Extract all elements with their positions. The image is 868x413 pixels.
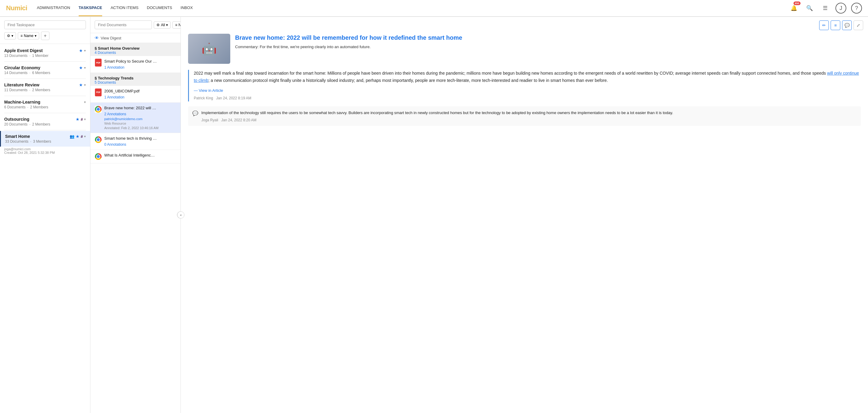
search-button[interactable]: 🔍 bbox=[804, 3, 815, 13]
star-icon: ★ bbox=[76, 117, 80, 122]
doc-item-ai[interactable]: What Is Artificial Intelligenc… bbox=[90, 150, 181, 164]
doc-email: patrick@numicidemo.com bbox=[104, 117, 143, 121]
filter-icon: ⚙ bbox=[7, 34, 10, 38]
eye-icon: 👁 bbox=[95, 36, 99, 40]
comment-toolbar-btn[interactable]: 💬 bbox=[842, 21, 852, 30]
logo[interactable]: Numici bbox=[6, 4, 27, 12]
doc-item-ubicomp[interactable]: PDF 2006_UBICOMP.pdf 1 Annotation bbox=[90, 86, 181, 103]
documents-search-input[interactable] bbox=[95, 21, 152, 29]
members-count: 2 Members bbox=[32, 122, 50, 127]
article-title-section: Brave new home: 2022 will be remembered … bbox=[235, 34, 861, 64]
sort-label: Name bbox=[24, 34, 33, 38]
section-count: 5 Documents bbox=[95, 80, 176, 84]
article-toolbar: ✏ ≡ 💬 ⤢ bbox=[819, 21, 863, 30]
filter-icon: ⚙ bbox=[156, 23, 160, 27]
taskspace-item-outsourcing[interactable]: Outsourcing ★ # ▾ 20 Documents · 2 Membe… bbox=[0, 114, 90, 130]
nav-taskspace[interactable]: TASKSPACE bbox=[79, 0, 102, 16]
doc-sort-btn[interactable]: ≡ Name ▾ bbox=[173, 21, 181, 29]
article-body-text: 2022 may well mark a final step toward i… bbox=[194, 71, 827, 75]
doc-title: Brave new home: 2022 will … bbox=[104, 106, 176, 111]
ts-item-name: Literature Review bbox=[4, 82, 39, 87]
doc-item-smart-home-tech[interactable]: Smart home tech is thriving … 0 Annotati… bbox=[90, 133, 181, 150]
annotation-count: 1 Annotation bbox=[104, 65, 157, 70]
taskspace-search-input[interactable] bbox=[4, 21, 86, 29]
ts-item-name: Machine-Learning bbox=[4, 100, 40, 104]
doc-title: 2006_UBICOMP.pdf bbox=[104, 89, 140, 94]
section-smart-home-overview: § Smart Home Overview 4 Documents bbox=[90, 43, 181, 56]
chevron-down-icon: ▾ bbox=[84, 117, 86, 121]
edit-toolbar-btn[interactable]: ✏ bbox=[819, 21, 829, 30]
star-icon: ★ bbox=[79, 65, 83, 70]
divider bbox=[4, 96, 86, 96]
creator-email: joga@numici.com bbox=[4, 147, 86, 151]
view-digest-btn[interactable]: 👁 View Digest bbox=[90, 33, 181, 43]
menu-button[interactable]: ☰ bbox=[820, 3, 831, 13]
view-in-article-link[interactable]: — View in Article bbox=[194, 87, 861, 94]
user-button[interactable]: J bbox=[835, 3, 846, 13]
article-title: Brave new home: 2022 will be remembered … bbox=[235, 34, 861, 41]
created-date: Created: Oct 28, 2021 5:32:38 PM bbox=[4, 151, 86, 154]
chrome-icon bbox=[95, 106, 102, 113]
taskspace-item-literature-review[interactable]: Literature Review ★ ▾ 11 Documents · 2 M… bbox=[0, 79, 90, 95]
top-nav: Numici ADMINISTRATION TASKSPACE ACTION I… bbox=[0, 0, 868, 17]
nav-inbox[interactable]: INBOX bbox=[181, 0, 193, 16]
chevron-down-icon: ▾ bbox=[84, 100, 86, 104]
sort-label: Name bbox=[179, 23, 181, 27]
ts-item-name: Smart Home bbox=[5, 134, 30, 139]
divider bbox=[4, 130, 86, 130]
section-title: § Technology Trends bbox=[95, 76, 176, 80]
docs-count: 20 Documents bbox=[4, 122, 27, 127]
taskspace-item-machine-learning[interactable]: Machine-Learning ▾ 6 Documents · 2 Membe… bbox=[0, 97, 90, 112]
collapse-left-panel[interactable]: « bbox=[177, 211, 184, 218]
help-button[interactable]: ? bbox=[851, 3, 862, 13]
article-header: 🤖 Brave new home: 2022 will be remembere… bbox=[188, 34, 861, 64]
main-container: ⚙ ▾ ≡ Name ▾ + Apple Event Digest ★ ▾ bbox=[0, 17, 868, 413]
divider bbox=[4, 78, 86, 79]
slack-icon: # bbox=[81, 134, 83, 139]
taskspace-item-circular-economy[interactable]: Circular Economy ★ ▾ 14 Documents · 6 Me… bbox=[0, 62, 90, 78]
taskspace-add-btn[interactable]: + bbox=[41, 32, 50, 40]
taskspace-filter-row: ⚙ ▾ ≡ Name ▾ + bbox=[4, 32, 86, 40]
docs-count: 33 Documents bbox=[5, 139, 28, 144]
comment-block: 💬 Implementation of the technology still… bbox=[188, 106, 861, 126]
taskspace-panel: ⚙ ▾ ≡ Name ▾ + Apple Event Digest ★ ▾ bbox=[0, 17, 90, 413]
filter-chevron: ▾ bbox=[11, 34, 13, 38]
article-subtitle: Commentary: For the first time, we're pe… bbox=[235, 44, 861, 50]
ts-sub-info: joga@numici.com Created: Oct 28, 2021 5:… bbox=[0, 147, 90, 156]
doc-type: Web Resource bbox=[104, 122, 176, 125]
doc-title: Smart home tech is thriving … bbox=[104, 136, 157, 141]
doc-toolbar-btn[interactable]: ≡ bbox=[831, 21, 840, 30]
notification-button[interactable]: 🔔 650 bbox=[788, 3, 799, 13]
doc-item-smart-policy[interactable]: PDF Smart Policy to Secure Our … 1 Annot… bbox=[90, 56, 181, 73]
article-author: Patrick King Jan 24, 2022 8:19 AM bbox=[194, 96, 251, 100]
doc-title: Smart Policy to Secure Our … bbox=[104, 59, 157, 64]
notification-badge: 650 bbox=[794, 1, 801, 5]
section-technology-trends: § Technology Trends 5 Documents bbox=[90, 73, 181, 86]
ts-item-name: Apple Event Digest bbox=[4, 48, 43, 53]
sort-chevron: ▾ bbox=[35, 34, 36, 38]
chrome-icon bbox=[95, 136, 102, 143]
nav-documents[interactable]: DOCUMENTS bbox=[147, 0, 172, 16]
star-icon: ★ bbox=[79, 82, 83, 87]
doc-item-brave-new-home[interactable]: Brave new home: 2022 will … 2 Annotation… bbox=[90, 103, 181, 133]
documents-list: § Smart Home Overview 4 Documents PDF Sm… bbox=[90, 43, 181, 413]
taskspace-item-smart-home[interactable]: Smart Home 👥 ★ # ▾ 33 Documents · 3 Memb… bbox=[0, 131, 90, 147]
divider bbox=[4, 113, 86, 113]
nav-links: ADMINISTRATION TASKSPACE ACTION ITEMS DO… bbox=[37, 0, 788, 16]
ts-item-name: Circular Economy bbox=[4, 65, 40, 70]
taskspace-filter-btn[interactable]: ⚙ ▾ bbox=[4, 32, 16, 39]
taskspace-sort-btn[interactable]: ≡ Name ▾ bbox=[18, 32, 39, 39]
chevron-down-icon: ▾ bbox=[84, 66, 86, 70]
documents-header: ⚙ All ▾ ≡ Name ▾ +▾ 🔍 bbox=[90, 17, 181, 33]
nav-action-items[interactable]: ACTION ITEMS bbox=[111, 0, 138, 16]
doc-filter-btn[interactable]: ⚙ All ▾ bbox=[154, 21, 170, 29]
star-icon: ★ bbox=[79, 48, 83, 53]
nav-administration[interactable]: ADMINISTRATION bbox=[37, 0, 70, 16]
expand-toolbar-btn[interactable]: ⤢ bbox=[854, 21, 863, 30]
pdf-icon: PDF bbox=[95, 59, 102, 66]
nav-right: 🔔 650 🔍 ☰ J ? bbox=[788, 3, 862, 13]
docs-count: 11 Documents bbox=[4, 88, 27, 92]
members-count: 2 Members bbox=[30, 105, 48, 109]
taskspace-list: Apple Event Digest ★ ▾ 13 Documents · 1 … bbox=[0, 44, 90, 413]
taskspace-item-apple-event-digest[interactable]: Apple Event Digest ★ ▾ 13 Documents · 1 … bbox=[0, 45, 90, 61]
